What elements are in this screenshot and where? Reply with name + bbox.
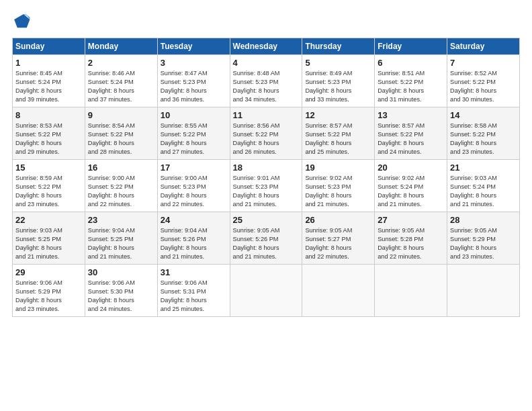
day-info: Sunrise: 9:05 AM Sunset: 5:26 PM Dayligh… [233,226,300,261]
day-number: 30 [88,267,154,277]
day-info: Sunrise: 9:06 AM Sunset: 5:31 PM Dayligh… [161,279,227,314]
week-row-3: 15Sunrise: 8:59 AM Sunset: 5:22 PM Dayli… [13,160,520,212]
logo-icon [12,12,31,31]
day-cell [302,265,375,317]
day-number: 27 [378,215,444,225]
day-cell: 12Sunrise: 8:57 AM Sunset: 5:22 PM Dayli… [302,107,375,160]
day-number: 23 [88,215,154,225]
day-info: Sunrise: 8:52 AM Sunset: 5:22 PM Dayligh… [450,69,517,104]
day-info: Sunrise: 8:56 AM Sunset: 5:22 PM Dayligh… [233,122,300,156]
day-number: 15 [15,163,82,173]
day-number: 8 [15,110,82,120]
day-info: Sunrise: 8:53 AM Sunset: 5:22 PM Dayligh… [15,122,82,156]
day-info: Sunrise: 8:59 AM Sunset: 5:22 PM Dayligh… [15,174,82,209]
day-cell: 11Sunrise: 8:56 AM Sunset: 5:22 PM Dayli… [230,107,302,160]
day-info: Sunrise: 8:47 AM Sunset: 5:23 PM Dayligh… [161,69,227,104]
day-number: 16 [88,163,154,173]
day-info: Sunrise: 8:57 AM Sunset: 5:22 PM Dayligh… [305,122,371,156]
day-info: Sunrise: 9:06 AM Sunset: 5:30 PM Dayligh… [88,279,154,314]
day-number: 25 [233,215,300,225]
col-header-saturday: Saturday [447,38,520,55]
day-cell: 26Sunrise: 9:05 AM Sunset: 5:27 PM Dayli… [302,212,375,265]
day-info: Sunrise: 8:51 AM Sunset: 5:22 PM Dayligh… [378,69,444,104]
day-number: 18 [233,163,300,173]
calendar-table: SundayMondayTuesdayWednesdayThursdayFrid… [12,38,520,317]
header-row: SundayMondayTuesdayWednesdayThursdayFrid… [13,38,520,55]
day-number: 19 [305,163,371,173]
day-info: Sunrise: 8:46 AM Sunset: 5:24 PM Dayligh… [88,69,154,104]
day-number: 11 [233,110,300,120]
page: SundayMondayTuesdayWednesdayThursdayFrid… [0,0,532,411]
day-info: Sunrise: 8:55 AM Sunset: 5:22 PM Dayligh… [161,122,227,156]
day-number: 7 [450,58,517,68]
day-info: Sunrise: 9:05 AM Sunset: 5:28 PM Dayligh… [378,226,444,261]
day-cell: 1Sunrise: 8:45 AM Sunset: 5:24 PM Daylig… [13,55,85,107]
day-cell: 19Sunrise: 9:02 AM Sunset: 5:23 PM Dayli… [302,160,375,212]
week-row-2: 8Sunrise: 8:53 AM Sunset: 5:22 PM Daylig… [13,107,520,160]
day-number: 4 [233,58,300,68]
day-number: 28 [450,215,517,225]
day-number: 10 [161,110,227,120]
day-cell: 6Sunrise: 8:51 AM Sunset: 5:22 PM Daylig… [375,55,447,107]
day-cell: 10Sunrise: 8:55 AM Sunset: 5:22 PM Dayli… [157,107,230,160]
day-cell: 9Sunrise: 8:54 AM Sunset: 5:22 PM Daylig… [85,107,157,160]
day-cell: 7Sunrise: 8:52 AM Sunset: 5:22 PM Daylig… [447,55,520,107]
day-cell: 4Sunrise: 8:48 AM Sunset: 5:23 PM Daylig… [230,55,302,107]
day-number: 17 [161,163,227,173]
day-cell: 13Sunrise: 8:57 AM Sunset: 5:22 PM Dayli… [375,107,447,160]
col-header-monday: Monday [85,38,157,55]
day-cell: 27Sunrise: 9:05 AM Sunset: 5:28 PM Dayli… [375,212,447,265]
day-cell: 24Sunrise: 9:04 AM Sunset: 5:26 PM Dayli… [157,212,230,265]
day-info: Sunrise: 8:45 AM Sunset: 5:24 PM Dayligh… [15,69,82,104]
day-number: 14 [450,110,517,120]
day-info: Sunrise: 9:04 AM Sunset: 5:25 PM Dayligh… [88,226,154,261]
day-number: 29 [15,267,82,277]
day-number: 26 [305,215,371,225]
day-cell: 25Sunrise: 9:05 AM Sunset: 5:26 PM Dayli… [230,212,302,265]
day-cell [375,265,447,317]
day-cell: 8Sunrise: 8:53 AM Sunset: 5:22 PM Daylig… [13,107,85,160]
week-row-1: 1Sunrise: 8:45 AM Sunset: 5:24 PM Daylig… [13,55,520,107]
day-number: 20 [378,163,444,173]
header [12,12,520,31]
day-cell: 21Sunrise: 9:03 AM Sunset: 5:24 PM Dayli… [447,160,520,212]
day-cell: 15Sunrise: 8:59 AM Sunset: 5:22 PM Dayli… [13,160,85,212]
day-cell: 14Sunrise: 8:58 AM Sunset: 5:22 PM Dayli… [447,107,520,160]
logo [12,12,34,31]
day-info: Sunrise: 9:04 AM Sunset: 5:26 PM Dayligh… [161,226,227,261]
day-cell: 23Sunrise: 9:04 AM Sunset: 5:25 PM Dayli… [85,212,157,265]
day-cell: 2Sunrise: 8:46 AM Sunset: 5:24 PM Daylig… [85,55,157,107]
day-info: Sunrise: 9:06 AM Sunset: 5:29 PM Dayligh… [15,279,82,314]
day-number: 1 [15,58,82,68]
day-info: Sunrise: 9:02 AM Sunset: 5:24 PM Dayligh… [378,174,444,209]
col-header-thursday: Thursday [302,38,375,55]
day-info: Sunrise: 9:00 AM Sunset: 5:23 PM Dayligh… [161,174,227,209]
day-cell: 31Sunrise: 9:06 AM Sunset: 5:31 PM Dayli… [157,265,230,317]
day-info: Sunrise: 8:49 AM Sunset: 5:23 PM Dayligh… [305,69,371,104]
day-cell [230,265,302,317]
day-cell: 17Sunrise: 9:00 AM Sunset: 5:23 PM Dayli… [157,160,230,212]
col-header-friday: Friday [375,38,447,55]
day-info: Sunrise: 9:03 AM Sunset: 5:24 PM Dayligh… [450,174,517,209]
day-info: Sunrise: 9:05 AM Sunset: 5:27 PM Dayligh… [305,226,371,261]
day-cell: 29Sunrise: 9:06 AM Sunset: 5:29 PM Dayli… [13,265,85,317]
day-info: Sunrise: 9:01 AM Sunset: 5:23 PM Dayligh… [233,174,300,209]
week-row-4: 22Sunrise: 9:03 AM Sunset: 5:25 PM Dayli… [13,212,520,265]
day-cell: 16Sunrise: 9:00 AM Sunset: 5:22 PM Dayli… [85,160,157,212]
day-cell: 22Sunrise: 9:03 AM Sunset: 5:25 PM Dayli… [13,212,85,265]
day-number: 13 [378,110,444,120]
day-number: 21 [450,163,517,173]
day-number: 3 [161,58,227,68]
day-number: 24 [161,215,227,225]
day-number: 6 [378,58,444,68]
day-number: 22 [15,215,82,225]
day-cell: 3Sunrise: 8:47 AM Sunset: 5:23 PM Daylig… [157,55,230,107]
col-header-sunday: Sunday [13,38,85,55]
day-number: 2 [88,58,154,68]
day-number: 9 [88,110,154,120]
day-cell: 30Sunrise: 9:06 AM Sunset: 5:30 PM Dayli… [85,265,157,317]
day-cell: 20Sunrise: 9:02 AM Sunset: 5:24 PM Dayli… [375,160,447,212]
day-number: 5 [305,58,371,68]
day-cell: 28Sunrise: 9:05 AM Sunset: 5:29 PM Dayli… [447,212,520,265]
day-info: Sunrise: 8:54 AM Sunset: 5:22 PM Dayligh… [88,122,154,156]
